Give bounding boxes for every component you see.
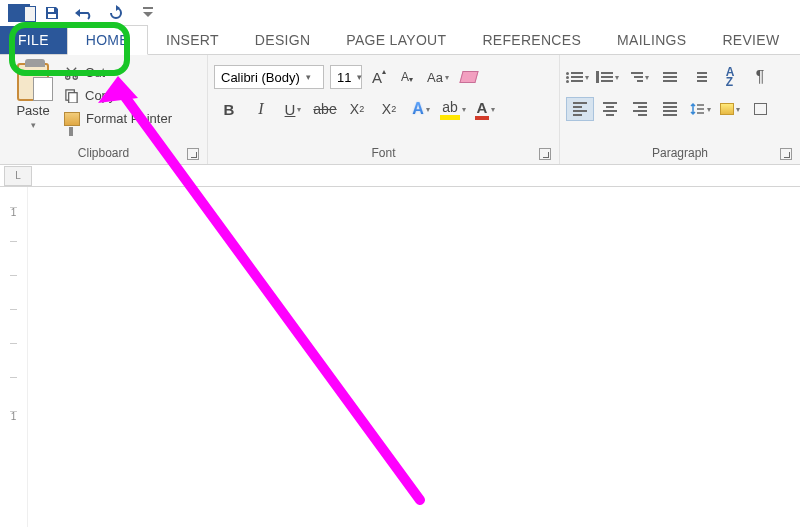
shading-icon [720, 103, 734, 115]
bullets-button[interactable]: ▾ [566, 65, 594, 89]
grow-font-button[interactable]: A▴ [368, 65, 390, 89]
multilevel-list-button[interactable]: ▾ [626, 65, 654, 89]
align-right-icon [633, 102, 647, 116]
cut-button[interactable]: Cut [64, 65, 172, 80]
underline-button[interactable]: U▾ [278, 97, 308, 121]
multilevel-icon [631, 72, 643, 82]
group-font: Calibri (Body) ▾ 11 ▾ A▴ A▾ Aa▾ B I U▾ a… [208, 55, 560, 164]
copy-button[interactable]: Copy [64, 88, 172, 103]
eraser-icon [459, 71, 478, 83]
change-case-button[interactable]: Aa▾ [424, 65, 452, 89]
bold-button[interactable]: B [214, 97, 244, 121]
chevron-down-icon: ▾ [357, 72, 362, 82]
ruler-tick [0, 241, 27, 275]
tab-mailings[interactable]: MAILINGS [599, 26, 704, 54]
align-right-button[interactable] [626, 97, 654, 121]
format-painter-label: Format Painter [86, 111, 172, 126]
shrink-font-button[interactable]: A▾ [396, 65, 418, 89]
clipboard-dialog-launcher-icon[interactable] [187, 148, 199, 160]
subscript-button[interactable]: X2 [342, 97, 372, 121]
cut-label: Cut [85, 65, 105, 80]
clear-formatting-button[interactable] [458, 65, 480, 89]
paste-icon[interactable] [17, 63, 49, 101]
document-area: 1 1 [0, 187, 800, 527]
format-painter-button[interactable]: Format Painter [64, 111, 172, 126]
chevron-down-icon: ▾ [306, 72, 311, 82]
font-dialog-launcher-icon[interactable] [539, 148, 551, 160]
ruler-tick [0, 343, 27, 377]
increase-indent-icon [693, 72, 707, 82]
text-effects-button[interactable]: A▾ [406, 97, 436, 121]
decrease-indent-button[interactable] [656, 65, 684, 89]
numbering-icon [601, 72, 613, 82]
tab-design[interactable]: DESIGN [237, 26, 328, 54]
paragraph-dialog-launcher-icon[interactable] [780, 148, 792, 160]
ruler-tick [0, 275, 27, 309]
svg-rect-6 [69, 93, 77, 103]
font-size-value: 11 [337, 70, 351, 85]
decrease-indent-icon [663, 72, 677, 82]
group-paragraph-label: Paragraph [652, 146, 708, 160]
align-center-icon [603, 102, 617, 116]
svg-rect-1 [48, 14, 56, 18]
paste-button[interactable]: Paste [16, 103, 49, 118]
align-left-button[interactable] [566, 97, 594, 121]
svg-point-4 [73, 75, 77, 79]
undo-icon[interactable] [74, 5, 94, 21]
font-name-combo[interactable]: Calibri (Body) ▾ [214, 65, 324, 89]
tab-review[interactable]: REVIEW [704, 26, 785, 54]
tab-file[interactable]: FILE [0, 26, 67, 54]
font-color-button[interactable]: A▾ [470, 97, 500, 121]
align-center-button[interactable] [596, 97, 624, 121]
copy-icon [64, 88, 79, 103]
sort-button[interactable]: AZ [716, 65, 744, 89]
font-size-combo[interactable]: 11 ▾ [330, 65, 362, 89]
ruler-vertical: 1 1 [0, 187, 28, 527]
group-clipboard: Paste ▾ Cut Copy Format Painter Clipbo [0, 55, 208, 164]
redo-icon[interactable] [106, 5, 126, 21]
superscript-button[interactable]: X2 [374, 97, 404, 121]
justify-button[interactable] [656, 97, 684, 121]
tab-selector[interactable]: L [4, 166, 32, 186]
group-font-label: Font [371, 146, 395, 160]
scissors-icon [64, 65, 79, 80]
paste-dropdown-icon[interactable]: ▾ [31, 120, 36, 130]
line-spacing-button[interactable]: ▾ [686, 97, 714, 121]
bullets-icon [571, 72, 583, 82]
ruler-horizontal: L [0, 165, 800, 187]
strikethrough-button[interactable]: abe [310, 97, 340, 121]
italic-button[interactable]: I [246, 97, 276, 121]
format-painter-icon [64, 112, 80, 126]
group-paragraph: ▾ ▾ ▾ AZ ¶ [560, 55, 800, 164]
ribbon-tabs: FILE HOME INSERT DESIGN PAGE LAYOUT REFE… [0, 25, 800, 55]
align-left-icon [573, 102, 587, 116]
highlight-button[interactable]: ab▾ [438, 97, 468, 121]
save-icon[interactable] [42, 5, 62, 21]
sort-icon: AZ [726, 67, 735, 87]
ruler-tick [0, 309, 27, 343]
tab-page-layout[interactable]: PAGE LAYOUT [328, 26, 464, 54]
show-marks-button[interactable]: ¶ [746, 65, 774, 89]
numbering-button[interactable]: ▾ [596, 65, 624, 89]
tab-references[interactable]: REFERENCES [464, 26, 599, 54]
svg-rect-2 [143, 7, 153, 9]
copy-label: Copy [85, 88, 115, 103]
justify-icon [663, 102, 677, 116]
shading-button[interactable]: ▾ [716, 97, 744, 121]
increase-indent-button[interactable] [686, 65, 714, 89]
svg-point-3 [66, 75, 70, 79]
ruler-tick [0, 377, 27, 411]
tab-insert[interactable]: INSERT [148, 26, 237, 54]
ribbon: Paste ▾ Cut Copy Format Painter Clipbo [0, 55, 800, 165]
tab-home[interactable]: HOME [67, 25, 148, 55]
ruler-tick: 1 [0, 207, 27, 241]
quick-access-toolbar [0, 0, 800, 25]
borders-icon [754, 103, 767, 115]
svg-rect-0 [48, 8, 54, 12]
qat-customize-icon[interactable] [138, 5, 158, 21]
line-spacing-icon [689, 101, 705, 117]
document-page[interactable] [28, 187, 800, 527]
font-name-value: Calibri (Body) [221, 70, 300, 85]
borders-button[interactable] [746, 97, 774, 121]
ruler-tick: 1 [0, 411, 27, 445]
